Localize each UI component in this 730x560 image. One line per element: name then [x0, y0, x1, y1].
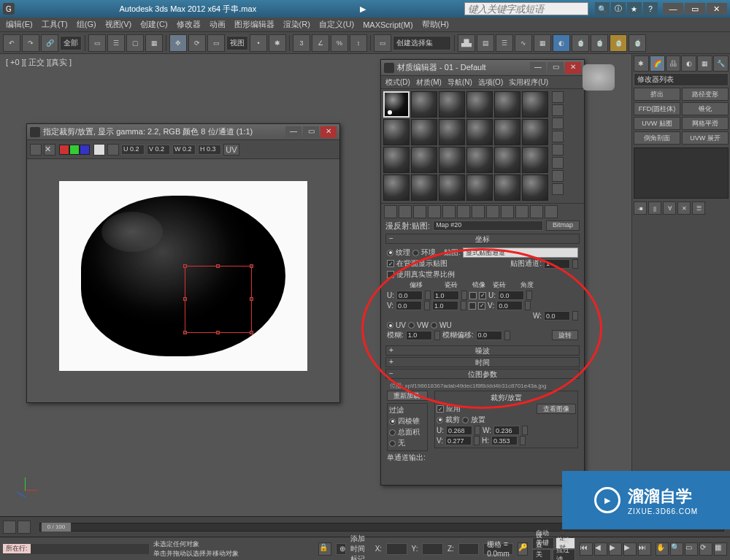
angle-snap-button[interactable]: ∠: [312, 34, 329, 52]
u-angle-spinner[interactable]: 0.0: [498, 291, 524, 300]
move-button[interactable]: ✥: [169, 34, 187, 52]
panel-display-tab[interactable]: ▦: [697, 55, 712, 72]
menu-modifiers[interactable]: 修改器: [177, 19, 201, 30]
modifier-stack[interactable]: [634, 147, 729, 199]
real-world-checkbox[interactable]: [387, 271, 394, 278]
unique-button[interactable]: ∀: [663, 202, 676, 215]
undo-button[interactable]: ↶: [3, 34, 20, 52]
v-value[interactable]: V 0.2: [147, 145, 170, 155]
crop-u-spinner[interactable]: 0.268: [446, 426, 472, 435]
panel-hierarchy-tab[interactable]: 品: [666, 55, 681, 72]
add-time-label[interactable]: 添加时间标记: [350, 534, 371, 561]
select-button[interactable]: ▭: [88, 34, 106, 52]
bitmap-path[interactable]: 位图: xp\f198618367adab49dec1f8f8ddd4b31c8…: [387, 382, 578, 390]
y-field[interactable]: [422, 543, 442, 555]
redo-button[interactable]: ↷: [22, 34, 39, 52]
spinner-icon[interactable]: [522, 426, 528, 435]
u-offset-spinner[interactable]: 0.0: [396, 291, 423, 300]
background-button[interactable]: [552, 118, 564, 129]
named-selset-button[interactable]: ▭: [374, 34, 391, 52]
gizmo-handle[interactable]: [183, 297, 187, 301]
spinner-snap-button[interactable]: ↕: [350, 34, 367, 52]
spinner-icon[interactable]: [572, 259, 578, 269]
u-value[interactable]: U 0.2: [121, 145, 145, 155]
material-slot[interactable]: [522, 119, 548, 145]
menu-grapheditors[interactable]: 图形编辑器: [234, 19, 274, 30]
scale-button[interactable]: ▭: [207, 34, 225, 52]
named-selset-dropdown[interactable]: 创建选择集: [393, 36, 451, 50]
material-slot[interactable]: [522, 91, 548, 118]
next-frame-button[interactable]: ▶: [623, 542, 637, 556]
make-copy-button[interactable]: [442, 205, 456, 218]
menu-view[interactable]: 视图(V): [105, 19, 132, 30]
v-angle-spinner[interactable]: 0.0: [496, 301, 523, 310]
material-slot[interactable]: [383, 91, 410, 118]
w-angle-spinner[interactable]: 0.0: [544, 311, 570, 321]
spinner-icon[interactable]: [572, 311, 578, 321]
material-slot[interactable]: [411, 147, 437, 173]
gizmo-handle[interactable]: [250, 264, 253, 268]
window-crossing-button[interactable]: ▦: [145, 34, 163, 52]
material-slot[interactable]: [522, 147, 548, 173]
goto-end-button[interactable]: ⏭: [638, 542, 651, 556]
time-thumb[interactable]: 0 / 100: [42, 523, 71, 532]
panel-motion-tab[interactable]: ◐: [681, 55, 696, 72]
keyfilter-button[interactable]: 关键点过滤器...: [553, 549, 576, 561]
help2-icon[interactable]: ?: [643, 2, 658, 15]
zoom-button[interactable]: 🔍: [670, 542, 683, 556]
material-slot[interactable]: [411, 119, 437, 145]
sample-type-button[interactable]: [552, 91, 564, 103]
channel-b-button[interactable]: [80, 145, 90, 155]
select-name-button[interactable]: ☰: [107, 34, 125, 52]
render-prod-button[interactable]: 🍵: [610, 34, 627, 52]
time-config-button[interactable]: [3, 521, 16, 534]
crop-max-button[interactable]: ▭: [303, 126, 319, 138]
vw-radio[interactable]: [408, 322, 415, 329]
menu-customize[interactable]: 自定义(U): [319, 19, 354, 30]
orbit-button[interactable]: ⟳: [699, 542, 712, 556]
key-icon[interactable]: 🔑: [518, 542, 528, 556]
get-material-button[interactable]: [384, 205, 397, 218]
reset-button[interactable]: [428, 205, 441, 218]
mod-pathdeform-button[interactable]: 路径变形: [682, 88, 729, 101]
spinner-icon[interactable]: [461, 291, 467, 300]
time-rollout-head[interactable]: +时间: [385, 357, 580, 367]
crop-h-spinner[interactable]: 0.353: [491, 436, 518, 445]
panel-modify-tab[interactable]: 🌈: [650, 55, 665, 72]
menu-tools[interactable]: 工具(T): [42, 19, 68, 30]
close-button[interactable]: ✕: [707, 3, 727, 15]
v-tile-checkbox[interactable]: ✓: [478, 302, 485, 310]
go-parent-button[interactable]: [530, 205, 543, 218]
mapping-dropdown[interactable]: 显式贴图通道: [463, 248, 578, 258]
material-slot[interactable]: [439, 174, 465, 201]
material-slot[interactable]: [494, 147, 520, 173]
material-slot[interactable]: [383, 174, 410, 201]
gizmo-handle[interactable]: [183, 264, 187, 268]
view-image-button[interactable]: 查看图像: [537, 404, 576, 414]
v-mirror-checkbox[interactable]: [469, 302, 476, 310]
map-type-button[interactable]: Bitmap: [546, 220, 580, 231]
spinner-icon[interactable]: [474, 436, 480, 445]
select-by-mat-button[interactable]: [552, 183, 564, 195]
noise-rollout-head[interactable]: +噪波: [385, 345, 580, 356]
pin-stack-button[interactable]: -■: [634, 202, 647, 215]
make-unique-button[interactable]: [457, 205, 470, 218]
selection-filter-dropdown[interactable]: 全部: [60, 36, 82, 50]
show-end-button[interactable]: ||: [648, 202, 661, 215]
clear-button[interactable]: ✕: [44, 144, 55, 156]
place-radio[interactable]: [462, 417, 469, 423]
info-center-icon[interactable]: ⓘ: [611, 2, 626, 15]
goto-start-button[interactable]: ⏮: [580, 542, 593, 556]
material-slot[interactable]: [411, 174, 437, 201]
material-slot[interactable]: [466, 91, 493, 118]
material-slot[interactable]: [411, 91, 437, 118]
material-slot[interactable]: [439, 91, 465, 118]
help-icon[interactable]: 🔍: [595, 2, 610, 15]
mod-extrude-button[interactable]: 挤出: [634, 88, 680, 101]
lock-button[interactable]: 🔒: [318, 542, 331, 556]
menu-maxscript[interactable]: MAXScript(M): [363, 20, 412, 29]
spinner-icon[interactable]: [425, 291, 431, 300]
viewcube-icon[interactable]: [583, 64, 615, 91]
layers-button[interactable]: ☰: [496, 34, 513, 52]
u-mirror-checkbox[interactable]: [469, 292, 477, 299]
